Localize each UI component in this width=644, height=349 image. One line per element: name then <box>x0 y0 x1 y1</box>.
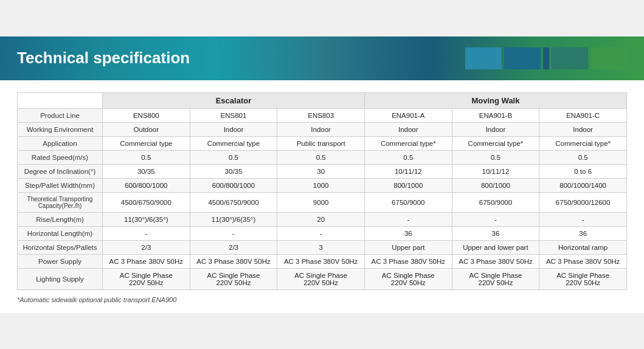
row-label: Power Supply <box>18 254 103 268</box>
data-cell: ENA901-C <box>539 108 627 122</box>
data-cell: 0.5 <box>452 150 539 164</box>
data-cell: 11(30°)/6(35°) <box>103 212 190 226</box>
spec-table: Escalator Moving Walk Product LineENS800… <box>17 92 627 290</box>
data-cell: ENS800 <box>103 108 190 122</box>
data-cell: 30/35 <box>190 164 277 178</box>
data-cell: Upper part <box>364 240 452 254</box>
data-cell: AC 3 Phase 380V 50Hz <box>103 254 190 268</box>
table-row: Horizontal Steps/Pallets2/32/33Upper par… <box>18 240 627 254</box>
table-row: Degree of Inclination(°)30/3530/353010/1… <box>18 164 627 178</box>
row-label: Horizontal Steps/Pallets <box>18 240 103 254</box>
content-area: Escalator Moving Walk Product LineENS800… <box>0 80 644 313</box>
data-cell: 600/800/1000 <box>190 178 277 192</box>
data-cell: 800/1000/1400 <box>539 178 627 192</box>
data-cell: 20 <box>277 212 365 226</box>
data-cell: AC 3 Phase 380V 50Hz <box>452 254 539 268</box>
table-row: Product LineENS800ENS801ENS803ENA901-AEN… <box>18 108 627 122</box>
data-cell: - <box>364 212 452 226</box>
row-label: Degree of Inclination(°) <box>18 164 103 178</box>
data-cell: - <box>277 226 365 240</box>
data-cell: AC 3 Phase 380V 50Hz <box>190 254 277 268</box>
data-cell: 1000 <box>277 178 365 192</box>
table-row: Rise/Length(m)11(30°)/6(35°)11(30°)/6(35… <box>18 212 627 226</box>
row-label: Step/Pallet Width(mm) <box>18 178 103 192</box>
data-cell: AC Single Phase220V 50Hz <box>190 268 277 289</box>
row-label: Working Environment <box>18 122 103 136</box>
data-cell: 11(30°)/6(35°) <box>190 212 277 226</box>
data-cell: - <box>103 226 190 240</box>
table-row: Power SupplyAC 3 Phase 380V 50HzAC 3 Pha… <box>18 254 627 268</box>
data-cell: 800/1000 <box>452 178 539 192</box>
page-container: Technical specification Escalator Moving… <box>0 36 644 313</box>
data-cell: AC Single Phase220V 50Hz <box>539 268 627 289</box>
data-cell: - <box>539 212 627 226</box>
data-cell: 36 <box>452 226 539 240</box>
data-cell: 0.5 <box>539 150 627 164</box>
data-cell: 4500/6750/9000 <box>190 192 277 212</box>
table-row: Theoretical TransportingCapacity(Per./h)… <box>18 192 627 212</box>
table-row: Horizontal Length(m)---363636 <box>18 226 627 240</box>
data-cell: Commercial type <box>190 136 277 150</box>
row-label: Theoretical TransportingCapacity(Per./h) <box>18 192 103 212</box>
data-cell: 0.5 <box>190 150 277 164</box>
data-cell: AC 3 Phase 380V 50Hz <box>364 254 452 268</box>
data-cell: 6750/9000/12600 <box>539 192 627 212</box>
data-cell: 4500/6750/9000 <box>103 192 190 212</box>
data-cell: AC Single Phase220V 50Hz <box>452 268 539 289</box>
row-label: Application <box>18 136 103 150</box>
data-cell: 30 <box>277 164 365 178</box>
data-cell: Indoor <box>277 122 365 136</box>
data-cell: 6750/9000 <box>452 192 539 212</box>
data-cell: - <box>190 226 277 240</box>
data-cell: 2/3 <box>103 240 190 254</box>
data-cell: 800/1000 <box>364 178 452 192</box>
data-cell: 600/800/1000 <box>103 178 190 192</box>
data-cell: AC Single Phase220V 50Hz <box>364 268 452 289</box>
data-cell: Indoor <box>364 122 452 136</box>
table-row: Rated Speed(m/s)0.50.50.50.50.50.5 <box>18 150 627 164</box>
row-label: Lighting Supply <box>18 268 103 289</box>
data-cell: AC 3 Phase 380V 50Hz <box>277 254 365 268</box>
row-label: Horizontal Length(m) <box>18 226 103 240</box>
data-cell: 0.5 <box>364 150 452 164</box>
data-cell: Commercial type* <box>364 136 452 150</box>
data-cell: 36 <box>364 226 452 240</box>
section-header-row: Escalator Moving Walk <box>18 92 627 108</box>
data-cell: Outdoor <box>103 122 190 136</box>
data-cell: ENA901-A <box>364 108 452 122</box>
table-row: Working EnvironmentOutdoorIndoorIndoorIn… <box>18 122 627 136</box>
table-row: Lighting SupplyAC Single Phase220V 50HzA… <box>18 268 627 289</box>
data-cell: 30/35 <box>103 164 190 178</box>
page-header: Technical specification <box>0 36 644 80</box>
data-cell: Upper and lower part <box>452 240 539 254</box>
data-cell: 0.5 <box>103 150 190 164</box>
data-cell: 10/11/12 <box>452 164 539 178</box>
footnote: *Automatic sidewalk optional public tran… <box>17 296 627 303</box>
data-cell: AC 3 Phase 380V 50Hz <box>539 254 627 268</box>
data-cell: 10/11/12 <box>364 164 452 178</box>
row-label: Rated Speed(m/s) <box>18 150 103 164</box>
data-cell: 36 <box>539 226 627 240</box>
table-row: ApplicationCommercial typeCommercial typ… <box>18 136 627 150</box>
data-cell: Commercial type <box>103 136 190 150</box>
data-cell: AC Single Phase220V 50Hz <box>277 268 365 289</box>
data-cell: 3 <box>277 240 365 254</box>
data-cell: 0 to 6 <box>539 164 627 178</box>
data-cell: Commercial type* <box>452 136 539 150</box>
data-cell: ENA901-B <box>452 108 539 122</box>
data-cell: 2/3 <box>190 240 277 254</box>
row-label: Product Line <box>18 108 103 122</box>
data-cell: 0.5 <box>277 150 365 164</box>
data-cell: Indoor <box>452 122 539 136</box>
data-cell: Public transport <box>277 136 365 150</box>
data-cell: AC Single Phase220V 50Hz <box>103 268 190 289</box>
table-row: Step/Pallet Width(mm)600/800/1000600/800… <box>18 178 627 192</box>
data-cell: Commercial type* <box>539 136 627 150</box>
data-cell: 9000 <box>277 192 365 212</box>
page-title: Technical specification <box>17 49 190 67</box>
data-cell: Horizontal ramp <box>539 240 627 254</box>
data-cell: - <box>452 212 539 226</box>
data-cell: Indoor <box>190 122 277 136</box>
data-cell: Indoor <box>539 122 627 136</box>
row-label: Rise/Length(m) <box>18 212 103 226</box>
